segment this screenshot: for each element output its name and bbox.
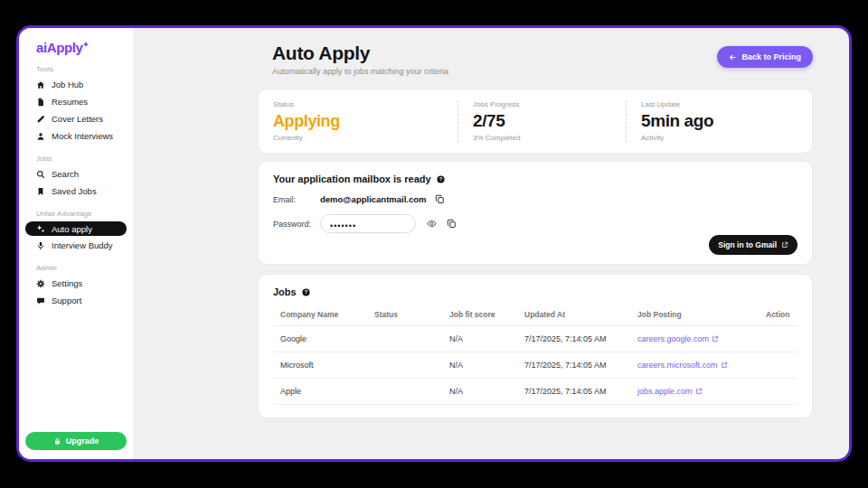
sidebar-item-label: Mock Interviews: [52, 131, 113, 141]
jobs-card: Jobs ? Company Name Status Job fit score…: [258, 274, 813, 418]
column-header-company: Company Name: [273, 305, 367, 326]
sidebar-item-auto-apply[interactable]: Auto apply: [25, 221, 127, 236]
column-header-job-fit: Job fit score: [442, 305, 517, 326]
svg-text:?: ?: [439, 176, 442, 182]
sidebar-item-job-hub[interactable]: Job Hub: [25, 77, 127, 92]
svg-text:?: ?: [304, 289, 307, 295]
column-header-status: Status: [367, 305, 442, 326]
job-posting-link[interactable]: careers.microsoft.com: [637, 361, 728, 370]
home-icon: [36, 80, 45, 89]
table-row: Apple N/A 7/17/2025, 7:14:05 AM jobs.app…: [273, 379, 797, 405]
show-password-icon[interactable]: [427, 219, 437, 229]
chat-icon: [36, 296, 45, 305]
updated-cell: 7/17/2025, 7:14:05 AM: [517, 379, 630, 405]
copy-email-icon[interactable]: [435, 194, 445, 204]
action-cell: [759, 326, 797, 352]
search-icon: [36, 170, 45, 179]
sidebar-item-mock-interviews[interactable]: Mock Interviews: [25, 128, 127, 144]
jobs-table: Company Name Status Job fit score Update…: [273, 305, 797, 405]
password-field[interactable]: [320, 214, 416, 233]
document-icon: [36, 98, 45, 107]
job-fit-cell: N/A: [442, 352, 517, 379]
table-row: Google N/A 7/17/2025, 7:14:05 AM careers…: [273, 326, 797, 352]
app-logo-text: aiApply: [36, 40, 82, 55]
logo-star-icon: ✦: [82, 41, 88, 49]
table-header-row: Company Name Status Job fit score Update…: [273, 305, 797, 326]
sidebar-item-resumes[interactable]: Resumes: [25, 94, 127, 109]
help-icon[interactable]: ?: [437, 175, 445, 183]
action-cell: [759, 379, 797, 405]
sparkles-icon: [36, 224, 45, 233]
page-title: Auto Apply: [272, 42, 448, 64]
jobs-progress-value: 2/75: [473, 111, 613, 131]
sidebar-item-settings[interactable]: Settings: [25, 276, 127, 291]
external-link-icon: [781, 241, 788, 249]
password-label: Password:: [273, 220, 320, 229]
sidebar-item-label: Support: [52, 296, 81, 305]
jobs-progress-sublabel: 3% Completed: [473, 134, 613, 142]
sidebar-item-label: Settings: [52, 278, 82, 288]
job-posting-link[interactable]: jobs.apple.com: [637, 387, 703, 396]
sidebar-section-tools: Tools: [36, 65, 133, 73]
sidebar-item-label: Interview Buddy: [52, 240, 113, 250]
column-header-updated: Updated At: [517, 305, 630, 326]
app-logo: aiApply✦: [36, 40, 133, 55]
sidebar: aiApply✦ Tools Job Hub Resumes Cover Let…: [19, 28, 133, 459]
table-row: Microsoft N/A 7/17/2025, 7:14:05 AM care…: [273, 352, 797, 379]
status-sublabel: Currently: [273, 134, 445, 142]
status-cell: [367, 326, 442, 352]
sidebar-item-saved-jobs[interactable]: Saved Jobs: [25, 183, 127, 199]
sidebar-item-label: Cover Letters: [52, 114, 103, 124]
desktop-background: aiApply✦ Tools Job Hub Resumes Cover Let…: [0, 0, 868, 488]
sidebar-item-cover-letters[interactable]: Cover Letters: [25, 111, 127, 127]
mailbox-card: Your application mailbox is ready ? Emai…: [258, 161, 813, 265]
job-posting-label: careers.microsoft.com: [637, 361, 718, 370]
sidebar-item-search[interactable]: Search: [25, 166, 127, 182]
last-update-sublabel: Activity: [641, 134, 799, 142]
pen-icon: [36, 115, 45, 124]
bookmark-icon: [36, 187, 45, 196]
jobs-progress-column: Jobs Progress 2/75 3% Completed: [458, 100, 626, 142]
upgrade-label: Upgrade: [66, 436, 99, 446]
copy-password-icon[interactable]: [447, 219, 457, 229]
arrow-left-icon: [729, 53, 737, 61]
job-posting-link[interactable]: careers.google.com: [637, 334, 719, 343]
mailbox-title: Your application mailbox is ready: [273, 174, 431, 184]
person-icon: [36, 132, 45, 141]
page-header: Auto Apply Automatically apply to jobs m…: [258, 42, 813, 76]
sidebar-item-label: Resumes: [52, 97, 88, 107]
sidebar-item-interview-buddy[interactable]: Interview Buddy: [25, 238, 127, 253]
last-update-value: 5min ago: [641, 111, 799, 131]
email-label: Email:: [273, 195, 320, 204]
status-card: Status Applying Currently Jobs Progress …: [258, 89, 813, 154]
back-to-pricing-button[interactable]: Back to Pricing: [717, 46, 813, 68]
jobs-progress-label: Jobs Progress: [473, 100, 613, 108]
company-cell: Apple: [273, 379, 367, 405]
action-cell: [759, 352, 797, 379]
email-row: Email: demo@applicantmail.com: [273, 194, 797, 204]
last-update-label: Last Update: [641, 100, 799, 108]
password-row: Password:: [273, 214, 797, 233]
sidebar-item-label: Saved Jobs: [52, 186, 97, 196]
sidebar-section-unfair-advantage: Unfair Advantage: [36, 210, 133, 218]
lock-icon: [53, 437, 61, 446]
sidebar-section-admin: Admin: [36, 264, 133, 272]
company-cell: Microsoft: [273, 352, 367, 379]
updated-cell: 7/17/2025, 7:14:05 AM: [517, 326, 630, 352]
gear-icon: [36, 279, 45, 288]
page-subtitle: Automatically apply to jobs matching you…: [272, 67, 448, 76]
app-window: aiApply✦ Tools Job Hub Resumes Cover Let…: [16, 25, 852, 462]
external-link-icon: [721, 361, 728, 369]
sign-in-to-gmail-button[interactable]: Sign in to Gmail: [709, 235, 797, 255]
microphone-icon: [36, 241, 45, 250]
job-fit-cell: N/A: [442, 326, 517, 352]
jobs-title: Jobs: [273, 286, 297, 297]
main-content: Auto Apply Automatically apply to jobs m…: [133, 28, 849, 459]
status-column: Status Applying Currently: [259, 100, 458, 142]
status-label: Status: [273, 100, 445, 108]
help-icon[interactable]: ?: [302, 288, 310, 296]
last-update-column: Last Update 5min ago Activity: [626, 100, 812, 142]
sidebar-item-support[interactable]: Support: [25, 293, 127, 308]
back-to-pricing-label: Back to Pricing: [741, 52, 801, 61]
upgrade-button[interactable]: Upgrade: [25, 432, 127, 450]
